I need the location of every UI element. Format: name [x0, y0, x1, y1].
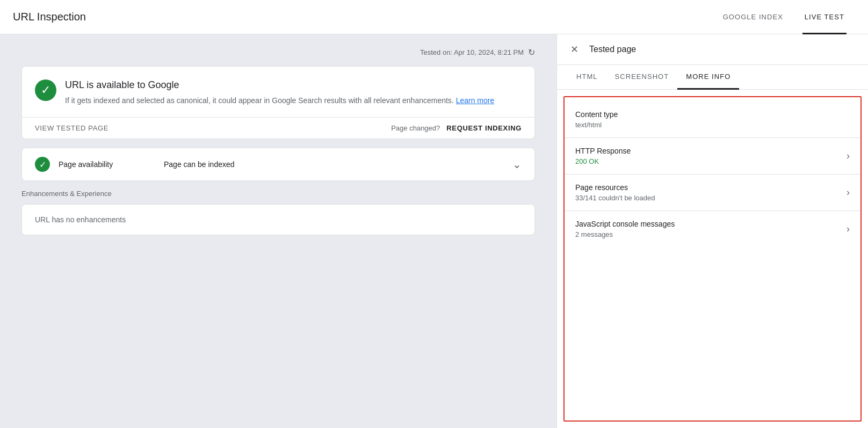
tab-google-index[interactable]: GOOGLE INDEX: [721, 1, 785, 34]
tested-on-bar: Tested on: Apr 10, 2024, 8:21 PM ↻: [21, 47, 535, 57]
availability-checkmark-icon: ✓: [39, 159, 46, 170]
tab-screenshot[interactable]: SCREENSHOT: [606, 65, 678, 90]
panel-content: Content type text/html HTTP Response 200…: [563, 96, 862, 422]
page-title: URL Inspection: [13, 11, 721, 23]
http-response-row[interactable]: HTTP Response 200 OK ›: [565, 138, 860, 175]
tab-live-test[interactable]: LIVE TEST: [802, 1, 847, 34]
content-type-row-header: Content type text/html: [575, 110, 850, 129]
page-header: URL Inspection GOOGLE INDEX LIVE TEST: [0, 0, 868, 34]
page-resources-left: Page resources 33/141 couldn't be loaded: [575, 183, 847, 202]
learn-more-link[interactable]: Learn more: [456, 96, 495, 105]
url-status-top: ✓ URL is available to Google If it gets …: [22, 67, 534, 117]
url-status-description: If it gets indexed and selected as canon…: [65, 95, 494, 106]
main-layout: Tested on: Apr 10, 2024, 8:21 PM ↻ ✓ URL…: [0, 34, 868, 428]
url-status-card: ✓ URL is available to Google If it gets …: [21, 66, 535, 139]
checkmark-icon: ✓: [41, 84, 50, 96]
enhancements-label: Enhancements & Experience: [21, 190, 535, 198]
tab-more-info[interactable]: MORE INFO: [677, 65, 739, 90]
content-type-row[interactable]: Content type text/html: [565, 101, 860, 138]
js-console-row[interactable]: JavaScript console messages 2 messages ›: [565, 211, 860, 247]
no-enhancements-card: URL has no enhancements: [21, 204, 535, 235]
url-status-title: URL is available to Google: [65, 79, 494, 91]
content-type-title: Content type: [575, 110, 850, 119]
page-availability-content: ✓ Page availability Page can be indexed …: [22, 148, 534, 180]
success-indicator: ✓: [35, 79, 56, 101]
chevron-down-icon[interactable]: ⌄: [512, 158, 522, 171]
chevron-right-icon: ›: [847, 223, 850, 235]
content-type-left: Content type text/html: [575, 110, 850, 129]
page-availability-card: ✓ Page availability Page can be indexed …: [21, 148, 535, 181]
content-area: Tested on: Apr 10, 2024, 8:21 PM ↻ ✓ URL…: [0, 34, 556, 428]
request-indexing-button[interactable]: REQUEST INDEXING: [446, 124, 522, 132]
view-tested-page-button[interactable]: VIEW TESTED PAGE: [35, 124, 108, 132]
url-status-bottom: VIEW TESTED PAGE Page changed? REQUEST I…: [22, 117, 534, 139]
page-changed-label: Page changed?: [391, 124, 440, 132]
availability-indicator: ✓: [35, 157, 50, 172]
right-panel: ✕ Tested page HTML SCREENSHOT MORE INFO …: [556, 34, 868, 428]
panel-title: Tested page: [589, 45, 636, 54]
page-availability-status: Page can be indexed: [164, 160, 504, 169]
chevron-right-icon: ›: [847, 150, 850, 162]
http-response-value: 200 OK: [575, 157, 847, 165]
page-resources-title: Page resources: [575, 183, 847, 192]
http-response-left: HTTP Response 200 OK: [575, 147, 847, 165]
close-panel-button[interactable]: ✕: [568, 43, 581, 56]
page-resources-row[interactable]: Page resources 33/141 couldn't be loaded…: [565, 175, 860, 211]
page-changed-area: Page changed? REQUEST INDEXING: [391, 124, 522, 132]
http-response-title: HTTP Response: [575, 147, 847, 155]
page-resources-row-header: Page resources 33/141 couldn't be loaded…: [575, 183, 850, 202]
refresh-icon[interactable]: ↻: [528, 47, 535, 57]
page-availability-label: Page availability: [59, 160, 155, 169]
panel-tabs: HTML SCREENSHOT MORE INFO: [557, 65, 868, 90]
page-resources-value: 33/141 couldn't be loaded: [575, 194, 847, 202]
content-type-value: text/html: [575, 121, 850, 129]
js-console-title: JavaScript console messages: [575, 220, 847, 228]
chevron-right-icon: ›: [847, 187, 850, 198]
no-enhancements-text: URL has no enhancements: [35, 215, 126, 224]
header-tabs: GOOGLE INDEX LIVE TEST: [721, 0, 847, 34]
js-console-left: JavaScript console messages 2 messages: [575, 220, 847, 238]
js-console-row-header: JavaScript console messages 2 messages ›: [575, 220, 850, 238]
js-console-value: 2 messages: [575, 230, 847, 238]
http-response-row-header: HTTP Response 200 OK ›: [575, 147, 850, 165]
right-panel-header: ✕ Tested page: [557, 34, 868, 65]
tested-on-text: Tested on: Apr 10, 2024, 8:21 PM: [420, 48, 524, 56]
tab-html[interactable]: HTML: [568, 65, 606, 90]
url-status-text: URL is available to Google If it gets in…: [65, 79, 494, 106]
